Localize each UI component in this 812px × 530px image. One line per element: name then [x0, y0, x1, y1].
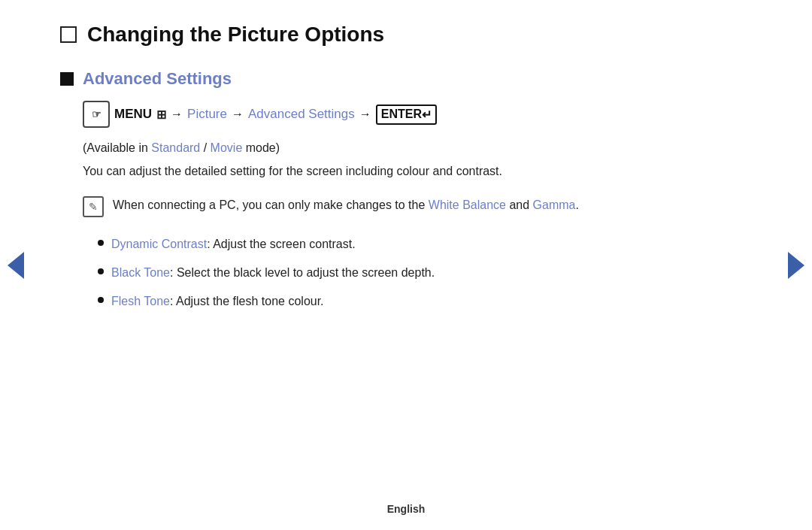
bullet-text-0: : Adjust the screen contrast.: [207, 238, 355, 250]
section-header-row: Advanced Settings: [60, 69, 752, 89]
note-text-after: .: [575, 198, 578, 211]
note-text: When connecting a PC, you can only make …: [113, 195, 579, 215]
footer-language: English: [387, 503, 426, 515]
list-item: Black Tone: Select the black level to ad…: [98, 264, 752, 282]
available-before: (Available in: [83, 141, 151, 154]
bullet-link-1[interactable]: Black Tone: [111, 266, 170, 279]
menu-button-icon: ☞: [83, 101, 110, 128]
arrow3: →: [359, 108, 371, 121]
bullet-list: Dynamic Contrast: Adjust the screen cont…: [98, 235, 752, 310]
page-title: Changing the Picture Options: [87, 23, 384, 47]
note-text-before: When connecting a PC, you can only make …: [113, 198, 429, 211]
available-after: mode): [242, 141, 280, 154]
section-black-square-icon: [60, 72, 74, 86]
nav-arrow-right[interactable]: [788, 252, 804, 279]
menu-path-row: ☞ MENU ⊞ → Picture → Advanced Settings →…: [83, 101, 752, 128]
available-text: (Available in Standard / Movie mode): [83, 141, 752, 155]
gamma-link[interactable]: Gamma: [533, 198, 576, 211]
movie-link[interactable]: Movie: [211, 141, 243, 154]
menu-label: MENU: [114, 107, 152, 122]
note-icon: ✎: [83, 196, 104, 217]
bullet-link-2[interactable]: Flesh Tone: [111, 295, 170, 307]
list-item: Flesh Tone: Adjust the flesh tone colour…: [98, 292, 752, 310]
list-item: Dynamic Contrast: Adjust the screen cont…: [98, 235, 752, 253]
enter-icon: ENTER↵: [376, 104, 437, 125]
available-slash: /: [200, 141, 210, 154]
bullet-link-0[interactable]: Dynamic Contrast: [111, 238, 207, 250]
description-text: You can adjust the detailed setting for …: [83, 162, 752, 180]
arrow1: →: [171, 108, 183, 121]
note-text-middle: and: [506, 198, 533, 211]
bullet-dot-icon: [98, 297, 104, 303]
note-row: ✎ When connecting a PC, you can only mak…: [83, 195, 752, 217]
nav-arrow-left[interactable]: [8, 252, 24, 279]
section-title: Advanced Settings: [83, 69, 232, 89]
menu-m-icon: ⊞: [156, 108, 166, 122]
white-balance-link[interactable]: White Balance: [429, 198, 506, 211]
standard-link[interactable]: Standard: [151, 141, 200, 154]
bullet-text-1: : Select the black level to adjust the s…: [170, 266, 435, 279]
page-container: Changing the Picture Options Advanced Se…: [0, 0, 812, 530]
bullet-dot-icon: [98, 268, 104, 274]
bullet-dot-icon: [98, 240, 104, 246]
page-title-row: Changing the Picture Options: [60, 23, 752, 47]
advanced-settings-link[interactable]: Advanced Settings: [248, 107, 355, 122]
page-title-checkbox-icon: [60, 26, 77, 43]
arrow2: →: [232, 108, 244, 121]
picture-link[interactable]: Picture: [187, 107, 227, 122]
bullet-text-2: : Adjust the flesh tone colour.: [170, 295, 324, 307]
